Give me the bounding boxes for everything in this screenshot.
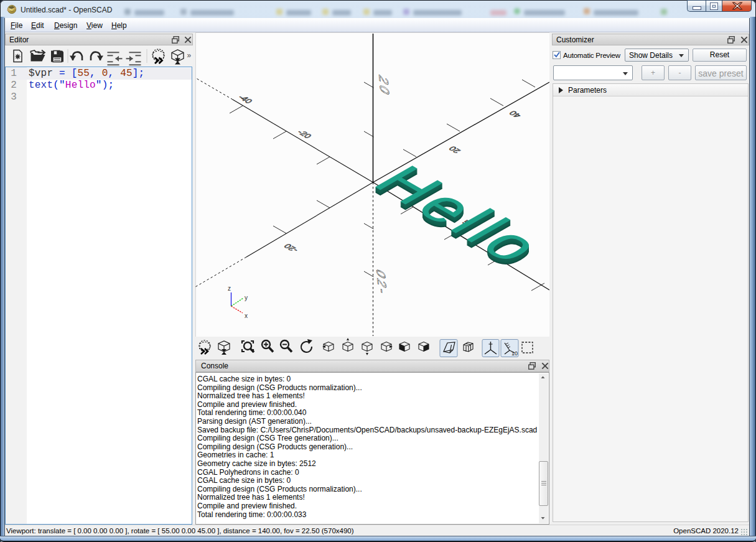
- svg-text:x: x: [245, 312, 248, 319]
- svg-text:10: 10: [511, 350, 518, 357]
- svg-text:-20: -20: [282, 243, 300, 254]
- svg-text:z: z: [228, 285, 231, 292]
- svg-text:02-: 02-: [373, 266, 390, 299]
- svg-text:y: y: [245, 294, 248, 301]
- svg-text:20: 20: [447, 145, 462, 155]
- svg-text:40: 40: [507, 110, 523, 119]
- svg-text:»: »: [187, 51, 192, 60]
- svg-text:20: 20: [376, 72, 392, 100]
